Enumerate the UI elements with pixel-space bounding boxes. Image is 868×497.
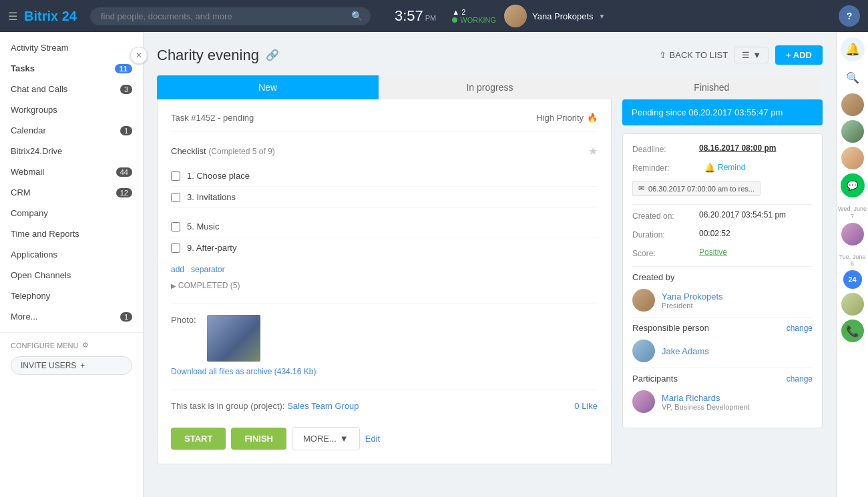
- invite-users-button[interactable]: INVITE USERS +: [11, 356, 132, 375]
- sidebar-item-telephony[interactable]: Telephony: [0, 286, 143, 306]
- checklist-checkbox-3[interactable]: [171, 222, 180, 231]
- search-input[interactable]: [90, 7, 371, 25]
- deadline-value: 08.16.2017 08:00 pm: [699, 143, 813, 153]
- remind-text: Remind: [718, 163, 745, 172]
- crm-badge: 12: [116, 188, 132, 197]
- completed-toggle[interactable]: COMPLETED (5): [171, 281, 598, 290]
- sidebar-avatar-5[interactable]: [841, 293, 864, 316]
- responsible-change-link[interactable]: change: [787, 324, 813, 333]
- app-logo: Bitrix 24: [24, 9, 77, 24]
- more-label: MORE...: [303, 434, 337, 444]
- participants-change-link[interactable]: change: [787, 374, 813, 384]
- score-value[interactable]: Positive: [699, 247, 727, 257]
- sidebar-item-open-channels[interactable]: Open Channels: [0, 265, 143, 286]
- finish-button[interactable]: FINISH: [231, 428, 286, 450]
- view-toggle-button[interactable]: ☰ ▼: [734, 47, 769, 63]
- group-link[interactable]: Sales Team Group: [287, 401, 359, 411]
- sidebar-item-crm[interactable]: CRM 12: [0, 182, 143, 203]
- more-button[interactable]: MORE... ▼: [292, 427, 360, 450]
- pending-since-text: Pending since 06.20.2017 03:55:47 pm: [632, 107, 783, 117]
- photo-image: [207, 315, 260, 362]
- sidebar-item-tasks[interactable]: Tasks 11: [0, 58, 143, 79]
- sidebar-avatar-4[interactable]: [841, 223, 864, 245]
- group-text-area: This task is in group (project): Sales T…: [171, 401, 359, 411]
- photo-download-link[interactable]: Download all files as archive (434.16 Kb…: [171, 367, 598, 376]
- configure-menu[interactable]: CONFIGURE MENU ⚙: [11, 341, 132, 350]
- sidebar-item-workgroups[interactable]: Workgroups: [0, 99, 143, 120]
- sidebar-item-applications[interactable]: Applications: [0, 244, 143, 265]
- like-button[interactable]: 0 Like: [574, 401, 598, 411]
- sidebar-item-webmail[interactable]: Webmail 44: [0, 161, 143, 182]
- sidebar-avatar-2[interactable]: [841, 120, 864, 143]
- search-sidebar-icon[interactable]: 🔍: [841, 65, 865, 89]
- chevron-icon: ▼: [340, 434, 349, 444]
- responsible-name[interactable]: Jake Adams: [662, 346, 709, 356]
- creator-info: Yana Prokopets President: [662, 292, 723, 310]
- sidebar-item-drive[interactable]: Bitrix24.Drive: [0, 141, 143, 161]
- phone-call-button[interactable]: 📞: [841, 320, 864, 342]
- deadline-label: Deadline:: [632, 143, 699, 154]
- tab-finished[interactable]: Finished: [601, 75, 823, 99]
- link-icon[interactable]: 🔗: [266, 49, 279, 61]
- reminder-row: Reminder: 🔔 Remind ✉ 06.30.2017 07:00:00…: [632, 162, 813, 196]
- sidebar-label: Chat and Calls: [11, 84, 118, 94]
- checklist-checkbox-2[interactable]: [171, 193, 180, 202]
- status-working: WORKING: [452, 16, 496, 24]
- back-to-list-button[interactable]: ⇧ BACK TO LIST: [659, 50, 728, 60]
- group-text: This task is in group (project):: [171, 401, 285, 411]
- reminder-label: Reminder:: [632, 162, 699, 173]
- task-meta: Task #1452 - pending High Priority 🔥: [171, 113, 598, 131]
- sidebar-label: Activity Stream: [11, 43, 132, 53]
- sidebar-avatar-3[interactable]: [841, 147, 864, 169]
- sidebar-label: Company: [11, 208, 132, 218]
- page-title-area: Charity evening 🔗: [157, 47, 279, 64]
- avatar-img: [504, 5, 527, 27]
- checklist-separator-link[interactable]: separator: [191, 265, 225, 274]
- plus-icon: +: [80, 361, 85, 370]
- user-avatar: [504, 5, 527, 27]
- sidebar-footer: CONFIGURE MENU ⚙ INVITE USERS +: [0, 332, 143, 383]
- hamburger-icon[interactable]: ☰: [8, 10, 17, 23]
- notification-bell-icon[interactable]: 🔔: [841, 37, 865, 61]
- sidebar-item-activity-stream[interactable]: Activity Stream: [0, 37, 143, 58]
- sidebar-item-more[interactable]: More... 1: [0, 306, 143, 327]
- checklist-title-area: Checklist (Completed 5 of 9): [171, 146, 275, 156]
- sidebar-avatar-1[interactable]: [841, 93, 864, 116]
- created-value: 06.20.2017 03:54:51 pm: [699, 210, 813, 219]
- checklist-checkbox-4[interactable]: [171, 243, 180, 253]
- star-icon[interactable]: ★: [588, 145, 598, 157]
- tab-in-progress[interactable]: In progress: [379, 75, 600, 99]
- chat-icon[interactable]: 💬: [841, 173, 865, 197]
- edit-button[interactable]: Edit: [365, 428, 380, 450]
- checklist-item-label-3: 5. Music: [187, 221, 219, 231]
- photo-thumbnail[interactable]: [207, 315, 260, 362]
- participant-name[interactable]: Maria Richards: [662, 393, 750, 403]
- info-panel: Deadline: 08.16.2017 08:00 pm Reminder: …: [622, 133, 823, 428]
- checklist-checkbox-1[interactable]: [171, 171, 180, 181]
- add-button[interactable]: + ADD: [775, 45, 823, 65]
- user-menu[interactable]: Yana Prokopets ▼: [504, 5, 605, 27]
- clock-ampm: PM: [425, 14, 437, 22]
- help-button[interactable]: ?: [839, 5, 860, 27]
- checklist-item-3: 5. Music: [171, 216, 598, 237]
- remind-button[interactable]: 🔔 Remind: [704, 163, 745, 173]
- back-arrow-icon: ⇧: [659, 50, 666, 60]
- responsible-avatar: [632, 340, 655, 362]
- tab-new[interactable]: New: [157, 75, 379, 99]
- checklist-add-link[interactable]: add: [171, 265, 184, 274]
- checklist-item-label-4: 9. After-party: [187, 243, 236, 253]
- creator-name[interactable]: Yana Prokopets: [662, 292, 723, 302]
- sidebar-item-chat-and-calls[interactable]: Chat and Calls 3: [0, 79, 143, 99]
- sidebar-item-time-reports[interactable]: Time and Reports: [0, 223, 143, 244]
- sidebar-item-calendar[interactable]: Calendar 1: [0, 120, 143, 141]
- sidebar-close-button[interactable]: ✕: [130, 47, 148, 64]
- sidebar-item-company[interactable]: Company: [0, 203, 143, 223]
- bitrix24-badge[interactable]: 24: [843, 270, 862, 289]
- sidebar-label: Bitrix24.Drive: [11, 146, 132, 156]
- topbar: ☰ Bitrix 24 🔍 3:57 PM ▲ 2 WORKING Yana P…: [0, 0, 868, 32]
- start-button[interactable]: START: [171, 428, 226, 450]
- checklist-items: 1. Choose place 3. Invitations 5. Music …: [171, 165, 598, 258]
- configure-menu-label: CONFIGURE MENU: [11, 342, 78, 350]
- participant-row: Maria Richards VP, Business Development: [632, 390, 813, 413]
- created-by-header: Created by: [632, 272, 813, 282]
